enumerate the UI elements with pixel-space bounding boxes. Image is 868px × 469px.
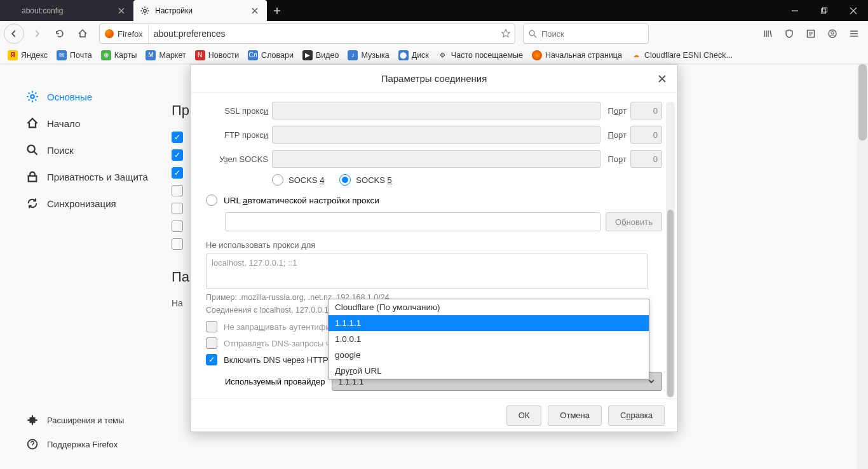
svg-point-3 (529, 31, 534, 36)
identity-box[interactable]: Firefox (100, 24, 149, 43)
close-button[interactable] (839, 0, 868, 21)
url-bar[interactable]: Firefox about:preferences (99, 24, 515, 44)
new-tab-button[interactable] (267, 0, 287, 21)
socks4-label: SOCKS 4 (288, 175, 324, 185)
socks-host-label: Узел SOCKS (206, 154, 268, 164)
ftp-port-input[interactable] (630, 126, 662, 144)
bookmark-frequent[interactable]: ⚙Часто посещаемые (435, 50, 526, 60)
dropdown-option[interactable]: Cloudflare (По умолчанию) (329, 299, 649, 315)
bookmark-cloudflare[interactable]: ☁Cloudflare ESNI Check... (628, 50, 735, 60)
dialog-title: Параметры соединения (381, 73, 487, 84)
socks5-radio[interactable] (339, 174, 351, 186)
library-icon[interactable] (757, 24, 778, 44)
nav-toolbar: Firefox about:preferences (0, 21, 868, 46)
market-icon: M (146, 50, 156, 60)
bookmark-star-icon[interactable] (497, 29, 515, 39)
doh-label: Включить DNS через HTTPS (224, 355, 334, 365)
ok-button[interactable]: ОК (506, 405, 542, 426)
tab-about-config[interactable]: about:config (0, 0, 133, 21)
provider-label: Используемый провайдер (225, 377, 325, 386)
scrollbar-thumb[interactable] (667, 210, 674, 397)
tab-label: Настройки (155, 6, 193, 15)
port-label: Порт (608, 154, 627, 164)
ssl-proxy-input[interactable] (272, 102, 600, 119)
tab-favicon (6, 6, 17, 16)
svg-rect-2 (823, 8, 827, 12)
tabs: about:config Настройки (0, 0, 267, 21)
identity-label: Firefox (118, 29, 143, 39)
search-bar[interactable] (523, 24, 649, 44)
bookmark-market[interactable]: MМаркет (143, 50, 188, 60)
noproxy-textarea[interactable]: localhost, 127.0.0.1; ::1 (206, 254, 648, 289)
bookmark-yandex[interactable]: ЯЯндекс (5, 50, 50, 60)
connection-settings-dialog: Параметры соединения SSL прокси Порт FTP… (190, 64, 678, 432)
bookmark-music[interactable]: ♪Музыка (345, 50, 391, 60)
news-icon: N (195, 50, 205, 60)
gear-icon (140, 6, 150, 16)
forward-button[interactable] (27, 24, 47, 44)
bookmark-maps[interactable]: ⊕Карты (98, 50, 140, 60)
noproxy-label: Не использовать прокси для (206, 240, 662, 250)
bookmark-video[interactable]: ▶Видео (300, 50, 342, 60)
bookmarks-bar: ЯЯндекс ✉Почта ⊕Карты MМаркет NНовости С… (0, 46, 868, 64)
bookmark-mail[interactable]: ✉Почта (54, 50, 95, 60)
close-icon[interactable] (654, 71, 670, 86)
dict-icon: Сл (248, 50, 258, 60)
tab-settings[interactable]: Настройки (133, 0, 267, 21)
noauth-checkbox[interactable] (206, 321, 217, 332)
dialog-scrollbar[interactable] (666, 102, 675, 397)
doh-checkbox[interactable]: ✓ (206, 354, 217, 365)
tab-label: about:config (22, 6, 63, 15)
window-controls (780, 0, 868, 21)
cancel-button[interactable]: Отмена (548, 405, 602, 426)
auto-proxy-radio[interactable] (206, 194, 217, 206)
gear-icon: ⚙ (438, 50, 448, 60)
socks-port-input[interactable] (630, 150, 662, 168)
socks4-radio[interactable] (272, 174, 283, 186)
bookmark-disk[interactable]: ⬤Диск (396, 50, 431, 60)
refresh-button[interactable]: Обновить (606, 212, 662, 231)
dropdown-option[interactable]: Другой URL (329, 363, 649, 379)
menu-icon[interactable] (844, 24, 864, 44)
auto-proxy-label: URL автоматической настройки прокси (224, 196, 379, 205)
socks5-label: SOCKS 5 (356, 175, 391, 185)
reload-button[interactable] (50, 24, 70, 44)
video-icon: ▶ (302, 50, 313, 60)
back-button[interactable] (4, 24, 24, 44)
dropdown-option[interactable]: 1.0.0.1 (329, 331, 649, 347)
svg-rect-1 (822, 9, 826, 13)
minimize-button[interactable] (780, 0, 810, 21)
music-icon: ♪ (348, 50, 358, 60)
dropdown-option[interactable]: google (329, 347, 649, 363)
shield-icon[interactable] (779, 24, 799, 44)
dialog-body: SSL прокси Порт FTP прокси Порт Узел SOC… (191, 93, 677, 398)
reader-icon[interactable] (801, 24, 821, 44)
svg-point-6 (831, 32, 834, 34)
ftp-proxy-input[interactable] (272, 126, 600, 144)
svg-point-0 (144, 9, 146, 11)
home-button[interactable] (72, 24, 93, 44)
disk-icon: ⬤ (398, 50, 409, 60)
provider-dropdown: Cloudflare (По умолчанию) 1.1.1.1 1.0.0.… (328, 299, 649, 379)
close-icon[interactable] (250, 6, 260, 16)
maps-icon: ⊕ (101, 50, 111, 60)
search-icon (524, 29, 541, 38)
dns-socks-checkbox[interactable] (206, 337, 217, 349)
yandex-icon: Я (8, 50, 18, 60)
bookmark-homepage[interactable]: Начальная страница (529, 50, 625, 60)
account-icon[interactable] (822, 24, 843, 44)
bookmark-dict[interactable]: СлСловари (245, 50, 296, 60)
toolbar-right (757, 24, 864, 44)
port-label: Порт (608, 130, 627, 140)
ssl-port-input[interactable] (630, 102, 662, 119)
mail-icon: ✉ (57, 50, 67, 60)
maximize-button[interactable] (810, 0, 839, 21)
search-input[interactable] (541, 29, 648, 39)
port-label: Порт (608, 106, 627, 116)
socks-host-input[interactable] (272, 150, 600, 168)
close-icon[interactable] (116, 6, 126, 16)
bookmark-news[interactable]: NНовости (193, 50, 241, 60)
auto-url-input[interactable] (225, 212, 600, 231)
dropdown-option-selected[interactable]: 1.1.1.1 (329, 315, 649, 331)
help-button[interactable]: Справка (608, 405, 665, 426)
